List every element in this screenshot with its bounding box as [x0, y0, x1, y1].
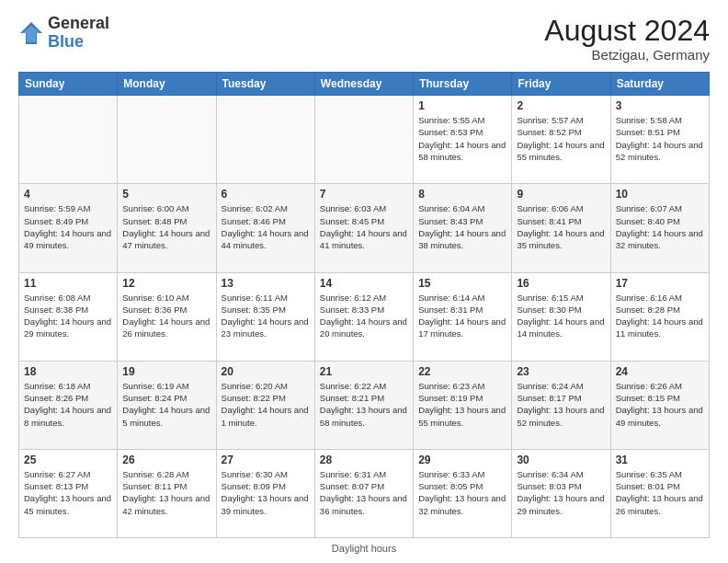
title-block: August 2024 Betzigau, Germany: [544, 15, 710, 63]
calendar-week-5: 25Sunrise: 6:27 AMSunset: 8:13 PMDayligh…: [19, 449, 710, 537]
day-number: 28: [320, 454, 408, 466]
svg-marker-1: [22, 26, 40, 42]
day-info: Sunrise: 6:16 AMSunset: 8:28 PMDaylight:…: [616, 292, 704, 340]
table-row: 8Sunrise: 6:04 AMSunset: 8:43 PMDaylight…: [414, 184, 512, 272]
day-info: Sunrise: 6:18 AMSunset: 8:26 PMDaylight:…: [24, 380, 112, 429]
col-saturday: Saturday: [610, 73, 709, 96]
day-number: 18: [24, 365, 112, 378]
day-number: 4: [24, 188, 112, 201]
footer-note: Daylight hours: [18, 543, 710, 554]
calendar-page: General Blue August 2024 Betzigau, Germa…: [0, 0, 728, 563]
day-number: 26: [122, 454, 210, 466]
day-info: Sunrise: 6:03 AMSunset: 8:45 PMDaylight:…: [320, 202, 408, 251]
table-row: 1Sunrise: 5:55 AMSunset: 8:53 PMDaylight…: [414, 96, 512, 184]
day-number: 23: [517, 365, 605, 378]
logo: General Blue: [18, 15, 109, 52]
day-info: Sunrise: 6:31 AMSunset: 8:07 PMDaylight:…: [320, 468, 408, 517]
day-number: 2: [517, 99, 605, 112]
day-info: Sunrise: 6:10 AMSunset: 8:36 PMDaylight:…: [122, 292, 210, 340]
day-number: 24: [616, 365, 704, 378]
day-number: 15: [418, 277, 506, 290]
calendar-week-1: 1Sunrise: 5:55 AMSunset: 8:53 PMDaylight…: [19, 96, 710, 184]
table-row: 21Sunrise: 6:22 AMSunset: 8:21 PMDayligh…: [314, 361, 413, 449]
table-row: 5Sunrise: 6:00 AMSunset: 8:48 PMDaylight…: [118, 184, 216, 272]
day-info: Sunrise: 6:04 AMSunset: 8:43 PMDaylight:…: [418, 202, 506, 251]
table-row: 2Sunrise: 5:57 AMSunset: 8:52 PMDaylight…: [512, 96, 610, 184]
day-number: 16: [517, 277, 605, 290]
day-number: 5: [122, 188, 210, 201]
table-row: 31Sunrise: 6:35 AMSunset: 8:01 PMDayligh…: [610, 449, 709, 537]
calendar-table: Sunday Monday Tuesday Wednesday Thursday…: [18, 72, 710, 538]
calendar-week-3: 11Sunrise: 6:08 AMSunset: 8:38 PMDayligh…: [19, 272, 710, 361]
table-row: 20Sunrise: 6:20 AMSunset: 8:22 PMDayligh…: [216, 361, 314, 449]
month-year: August 2024: [544, 15, 710, 47]
day-number: 19: [122, 365, 210, 378]
day-info: Sunrise: 6:14 AMSunset: 8:31 PMDaylight:…: [418, 292, 506, 340]
day-info: Sunrise: 6:24 AMSunset: 8:17 PMDaylight:…: [517, 380, 605, 429]
col-friday: Friday: [512, 73, 610, 96]
day-info: Sunrise: 6:12 AMSunset: 8:33 PMDaylight:…: [320, 292, 408, 340]
table-row: 24Sunrise: 6:26 AMSunset: 8:15 PMDayligh…: [610, 361, 709, 449]
day-info: Sunrise: 6:06 AMSunset: 8:41 PMDaylight:…: [517, 202, 605, 251]
day-info: Sunrise: 6:00 AMSunset: 8:48 PMDaylight:…: [122, 202, 210, 251]
day-number: 14: [320, 277, 408, 290]
day-number: 31: [616, 454, 704, 466]
table-row: 12Sunrise: 6:10 AMSunset: 8:36 PMDayligh…: [118, 272, 216, 361]
day-number: 27: [222, 454, 310, 466]
table-row: 27Sunrise: 6:30 AMSunset: 8:09 PMDayligh…: [216, 449, 314, 537]
day-number: 29: [418, 454, 506, 466]
table-row: 19Sunrise: 6:19 AMSunset: 8:24 PMDayligh…: [118, 361, 216, 449]
day-info: Sunrise: 6:23 AMSunset: 8:19 PMDaylight:…: [418, 380, 506, 429]
table-row: 26Sunrise: 6:28 AMSunset: 8:11 PMDayligh…: [118, 449, 216, 537]
day-info: Sunrise: 6:08 AMSunset: 8:38 PMDaylight:…: [24, 292, 112, 340]
day-info: Sunrise: 6:27 AMSunset: 8:13 PMDaylight:…: [24, 468, 112, 517]
day-number: 9: [517, 188, 605, 201]
table-row: 6Sunrise: 6:02 AMSunset: 8:46 PMDaylight…: [216, 184, 314, 272]
day-info: Sunrise: 6:11 AMSunset: 8:35 PMDaylight:…: [222, 292, 310, 340]
col-wednesday: Wednesday: [314, 73, 413, 96]
day-number: 10: [616, 188, 704, 201]
day-info: Sunrise: 6:22 AMSunset: 8:21 PMDaylight:…: [320, 380, 408, 429]
day-number: 1: [418, 99, 506, 112]
day-number: 20: [222, 365, 310, 378]
day-info: Sunrise: 6:19 AMSunset: 8:24 PMDaylight:…: [122, 380, 210, 429]
table-row: [216, 96, 314, 184]
table-row: 13Sunrise: 6:11 AMSunset: 8:35 PMDayligh…: [216, 272, 314, 361]
table-row: 16Sunrise: 6:15 AMSunset: 8:30 PMDayligh…: [512, 272, 610, 361]
table-row: 30Sunrise: 6:34 AMSunset: 8:03 PMDayligh…: [512, 449, 610, 537]
table-row: 25Sunrise: 6:27 AMSunset: 8:13 PMDayligh…: [19, 449, 118, 537]
day-number: 30: [517, 454, 605, 466]
calendar-week-2: 4Sunrise: 5:59 AMSunset: 8:49 PMDaylight…: [19, 184, 710, 272]
logo-icon: [18, 20, 44, 46]
calendar-header-row: Sunday Monday Tuesday Wednesday Thursday…: [19, 73, 710, 96]
col-sunday: Sunday: [19, 73, 118, 96]
day-info: Sunrise: 5:57 AMSunset: 8:52 PMDaylight:…: [517, 114, 605, 163]
table-row: 18Sunrise: 6:18 AMSunset: 8:26 PMDayligh…: [19, 361, 118, 449]
logo-general: General: [48, 14, 109, 32]
day-info: Sunrise: 6:15 AMSunset: 8:30 PMDaylight:…: [517, 292, 605, 340]
logo-blue: Blue: [48, 32, 84, 51]
table-row: 14Sunrise: 6:12 AMSunset: 8:33 PMDayligh…: [314, 272, 413, 361]
table-row: 10Sunrise: 6:07 AMSunset: 8:40 PMDayligh…: [610, 184, 709, 272]
day-number: 25: [24, 454, 112, 466]
day-info: Sunrise: 6:30 AMSunset: 8:09 PMDaylight:…: [222, 468, 310, 517]
table-row: 9Sunrise: 6:06 AMSunset: 8:41 PMDaylight…: [512, 184, 610, 272]
logo-text: General Blue: [48, 15, 109, 52]
table-row: 23Sunrise: 6:24 AMSunset: 8:17 PMDayligh…: [512, 361, 610, 449]
location: Betzigau, Germany: [544, 47, 710, 63]
table-row: [19, 96, 118, 184]
col-thursday: Thursday: [414, 73, 512, 96]
table-row: 28Sunrise: 6:31 AMSunset: 8:07 PMDayligh…: [314, 449, 413, 537]
calendar-week-4: 18Sunrise: 6:18 AMSunset: 8:26 PMDayligh…: [19, 361, 710, 449]
table-row: 11Sunrise: 6:08 AMSunset: 8:38 PMDayligh…: [19, 272, 118, 361]
day-number: 21: [320, 365, 408, 378]
day-number: 3: [616, 99, 704, 112]
day-number: 17: [616, 277, 704, 290]
day-number: 11: [24, 277, 112, 290]
day-info: Sunrise: 6:35 AMSunset: 8:01 PMDaylight:…: [616, 468, 704, 517]
day-info: Sunrise: 6:26 AMSunset: 8:15 PMDaylight:…: [616, 380, 704, 429]
day-info: Sunrise: 6:33 AMSunset: 8:05 PMDaylight:…: [418, 468, 506, 517]
table-row: 7Sunrise: 6:03 AMSunset: 8:45 PMDaylight…: [314, 184, 413, 272]
table-row: 22Sunrise: 6:23 AMSunset: 8:19 PMDayligh…: [414, 361, 512, 449]
day-number: 8: [418, 188, 506, 201]
